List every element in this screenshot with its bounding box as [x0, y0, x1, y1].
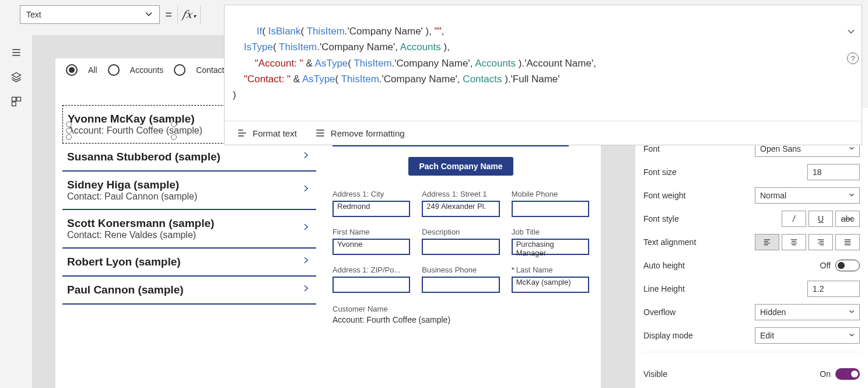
patch-button-label: Pach Company Name — [419, 162, 502, 171]
prop-textalign-label: Text alignment — [643, 237, 755, 247]
customer-name-value: Account: Fourth Coffee (sample) — [332, 315, 589, 324]
formula-bar[interactable]: If( IsBlank( ThisItem.'Company Name' ), … — [224, 5, 862, 145]
svg-rect-1 — [16, 97, 20, 102]
patch-button[interactable]: Pach Company Name — [408, 157, 513, 176]
chevron-right-icon[interactable] — [301, 281, 310, 299]
field-input[interactable]: Yvonne — [332, 239, 410, 255]
form-field: Business Phone — [422, 265, 499, 293]
field-label: Job Title — [512, 228, 589, 236]
chevron-down-icon: ▾ — [193, 13, 196, 19]
radio-accounts-label: Accounts — [130, 65, 164, 75]
radio-all[interactable] — [66, 64, 78, 76]
field-input[interactable]: Purchasing Manager — [512, 239, 589, 255]
svg-rect-2 — [12, 102, 16, 106]
form-field: Address 1: CityRedmond — [332, 190, 410, 217]
prop-lineheight-input[interactable]: 1.2 — [807, 281, 860, 297]
prop-visible-value: On — [820, 369, 831, 379]
prop-fontsize-label: Font size — [643, 167, 807, 177]
form-field: *Last NameMcKay (sample) — [512, 265, 589, 293]
prop-overflow-label: Overflow — [643, 307, 755, 317]
layers-icon[interactable] — [10, 71, 22, 83]
chevron-right-icon[interactable] — [301, 181, 310, 199]
field-label: Address 1: ZIP/Po... — [332, 265, 410, 274]
chevron-down-icon — [143, 8, 155, 22]
field-input[interactable] — [422, 277, 499, 293]
form-field: First NameYvonne — [332, 228, 410, 255]
field-input[interactable]: 249 Alexander Pl. — [422, 201, 499, 217]
help-icon[interactable]: ? — [847, 53, 859, 64]
prop-autoheight-toggle[interactable] — [835, 260, 860, 271]
gallery-item[interactable]: Robert Lyon (sample) — [62, 249, 316, 277]
prop-fontstyle-group: / U abc — [782, 211, 860, 227]
gallery-item[interactable]: Paul Cannon (sample) — [62, 277, 316, 305]
align-justify-button[interactable] — [835, 234, 860, 250]
gallery-item-title: Susanna Stubberod (sample) — [67, 151, 312, 163]
prop-textalign-group — [755, 234, 860, 250]
gallery-item-title: Sidney Higa (sample) — [67, 179, 312, 191]
field-input[interactable]: McKay (sample) — [512, 277, 589, 293]
field-input[interactable] — [422, 239, 499, 255]
form-field: Address 1: ZIP/Po... — [332, 265, 410, 293]
gallery-item[interactable]: Sidney Higa (sample)Contact: Paul Cannon… — [62, 172, 316, 210]
align-right-button[interactable] — [808, 234, 833, 250]
components-icon[interactable] — [10, 96, 22, 107]
radio-all-label: All — [88, 65, 97, 75]
properties-panel: Text Account: Fourth Coffee (sample) Fon… — [635, 108, 868, 388]
prop-visible-label: Visible — [643, 369, 820, 379]
field-label: Description — [422, 228, 499, 236]
gallery-item-subtitle: Contact: Paul Cannon (sample) — [67, 191, 312, 202]
gallery-item[interactable]: Susanna Stubberod (sample) — [62, 144, 316, 172]
underline-button[interactable]: U — [808, 211, 833, 227]
gallery-item-title: Robert Lyon (sample) — [67, 256, 312, 268]
chevron-right-icon[interactable] — [301, 253, 310, 271]
radio-accounts[interactable] — [108, 64, 120, 76]
prop-font-label: Font — [643, 144, 755, 153]
align-center-button[interactable] — [782, 234, 806, 250]
align-left-button[interactable] — [755, 234, 779, 250]
customer-name-label: Customer Name — [332, 305, 589, 313]
prop-displaymode-select[interactable]: Edit — [755, 327, 860, 344]
field-input[interactable] — [332, 277, 410, 293]
field-label: First Name — [332, 228, 410, 236]
form-field: Description — [422, 228, 499, 255]
gallery-item-title: Paul Cannon (sample) — [67, 284, 312, 296]
chevron-down-icon — [848, 331, 856, 341]
gallery-item-title: Scott Konersmann (sample) — [67, 217, 312, 230]
italic-button[interactable]: / — [782, 211, 806, 227]
field-label: Business Phone — [422, 265, 499, 274]
field-input[interactable] — [512, 201, 589, 217]
form-field: Mobile Phone — [512, 190, 589, 217]
prop-autoheight-label: Auto height — [643, 261, 820, 270]
format-text-button[interactable]: Format text — [236, 127, 297, 139]
prop-displaymode-label: Display mode — [643, 331, 755, 340]
fx-button[interactable]: 𝑓𝑥▾ — [177, 5, 201, 24]
radio-contacts[interactable] — [174, 64, 186, 76]
field-label: Address 1: City — [332, 190, 410, 198]
field-label: *Last Name — [512, 265, 589, 274]
prop-fontweight-label: Font weight — [643, 191, 755, 200]
prop-visible-toggle[interactable] — [835, 368, 860, 380]
gallery-item[interactable]: Scott Konersmann (sample)Contact: Rene V… — [62, 210, 316, 249]
field-input[interactable]: Redmond — [332, 201, 410, 217]
equals-label: = — [160, 8, 177, 22]
prop-fontsize-input[interactable]: 18 — [807, 164, 860, 180]
prop-overflow-select[interactable]: Hidden — [755, 304, 860, 320]
form-field: Address 1: Street 1249 Alexander Pl. — [422, 190, 499, 217]
prop-lineheight-label: Line Height — [643, 284, 807, 293]
property-dropdown[interactable]: Text — [20, 5, 160, 24]
strikethrough-button[interactable]: abc — [835, 211, 860, 227]
svg-rect-0 — [12, 97, 16, 102]
chevron-right-icon[interactable] — [301, 220, 310, 237]
field-label: Mobile Phone — [512, 190, 589, 198]
chevron-right-icon[interactable] — [301, 148, 310, 166]
prop-autoheight-value: Off — [820, 261, 831, 270]
remove-formatting-label: Remove formatting — [331, 128, 405, 138]
prop-fontweight-select[interactable]: Normal — [755, 187, 860, 204]
field-label: Address 1: Street 1 — [422, 190, 499, 198]
hamburger-icon[interactable] — [10, 47, 22, 58]
gallery-item-subtitle: Contact: Rene Valdes (sample) — [67, 230, 312, 240]
chevron-down-icon — [848, 191, 856, 201]
remove-formatting-button[interactable]: Remove formatting — [314, 127, 405, 139]
prop-fontstyle-label: Font style — [643, 214, 782, 223]
left-rail — [0, 35, 32, 385]
